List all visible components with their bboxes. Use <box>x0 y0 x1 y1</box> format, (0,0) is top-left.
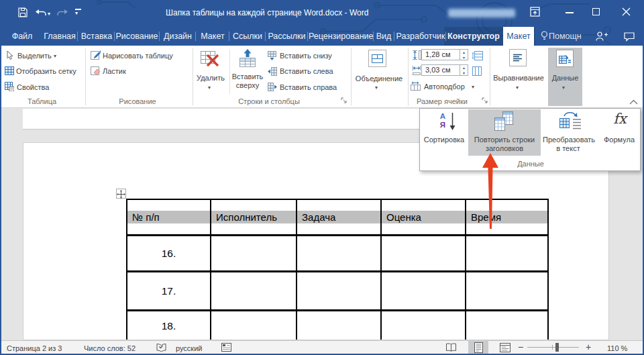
column-width-spinner[interactable]: ▴▾ <box>460 65 468 75</box>
row-number-cell[interactable]: 18. <box>127 311 210 340</box>
merge-button[interactable]: Объединение <box>352 74 406 83</box>
page-2: № п/п Исполнитель Задача Оценка Время 16… <box>23 142 609 340</box>
header-cell-selected[interactable]: Исполнитель <box>211 211 296 223</box>
zoom-slider-thumb[interactable] <box>555 343 559 352</box>
window-title: Шапка таблицы на каждой странице Word.do… <box>166 8 368 17</box>
minimize-button[interactable] <box>566 12 574 13</box>
tab-view[interactable]: Вид <box>373 27 394 46</box>
table-properties-button[interactable]: Свойства <box>17 83 49 92</box>
collapse-ribbon-icon[interactable] <box>629 99 638 105</box>
tab-separator <box>229 32 229 41</box>
tab-table-layout-selected[interactable]: Макет <box>503 27 534 46</box>
tab-draw[interactable]: Рисование <box>115 27 158 46</box>
formula-icon: fx <box>606 111 633 127</box>
draw-table-button[interactable]: Нарисовать таблицу <box>103 52 173 60</box>
row-number-cell[interactable]: 17. <box>127 272 210 309</box>
insert-below-button[interactable]: Вставить снизу <box>280 52 332 60</box>
tab-references[interactable]: Ссылки <box>230 27 265 46</box>
comment-icon[interactable] <box>624 32 635 42</box>
tab-separator <box>195 32 196 41</box>
person-add-icon[interactable] <box>596 32 608 42</box>
zoom-slider-track[interactable] <box>527 347 579 348</box>
formula-button[interactable]: Формула <box>594 136 644 144</box>
header-text: Оценка <box>382 211 465 223</box>
group-label-draw: Рисование <box>107 97 168 105</box>
insert-right-button[interactable]: Вставить справа <box>280 83 337 92</box>
zoom-slider-notch <box>552 345 553 350</box>
autofit-button[interactable]: Автоподбор <box>424 83 465 91</box>
word-count[interactable]: Число слов: 52 <box>84 344 136 353</box>
zoom-in-button[interactable]: + <box>584 342 592 352</box>
tab-file[interactable]: Файл <box>7 27 38 46</box>
view-gridlines-icon <box>5 66 14 75</box>
column-width-icon <box>412 65 421 76</box>
alignment-caret[interactable]: ▾ <box>516 85 519 91</box>
select-caret[interactable]: ▾ <box>54 54 56 59</box>
lightbulb-icon[interactable] <box>541 31 548 42</box>
row-height-spinner[interactable]: ▴▾ <box>460 50 468 60</box>
zoom-level[interactable]: 110 % <box>607 344 627 353</box>
undo-menu-caret[interactable]: ▾ <box>48 11 50 17</box>
alignment-button[interactable]: Выравнивание <box>490 74 547 83</box>
tab-mailings[interactable]: Рассылки <box>266 27 307 46</box>
qat-customize-caret[interactable]: ▾ <box>75 11 78 16</box>
tab-review[interactable]: Рецензирование <box>309 27 373 46</box>
row-height-input[interactable]: 1,28 см ▴▾ <box>421 49 468 60</box>
distribute-rows-icon <box>472 51 483 60</box>
tab-home[interactable]: Главная <box>43 27 76 46</box>
language-indicator[interactable]: русский <box>176 344 202 353</box>
column-width-input[interactable]: 3,03 см ▴▾ <box>421 64 468 76</box>
header-text: № п/п <box>127 211 210 223</box>
proofing-icon[interactable] <box>156 343 167 352</box>
delete-button[interactable]: Удалить <box>195 74 226 83</box>
header-cell-selected[interactable]: Оценка <box>382 211 465 223</box>
group-divider <box>351 48 352 105</box>
group-label-table: Таблица <box>13 97 70 105</box>
delete-table-icon <box>201 50 219 67</box>
tab-insert[interactable]: Вставка <box>79 27 114 46</box>
row-number-cell[interactable]: 16. <box>127 236 210 270</box>
merge-caret[interactable]: ▾ <box>375 85 378 91</box>
table-properties-icon <box>5 82 14 91</box>
maximize-button[interactable] <box>592 8 600 15</box>
tab-help[interactable]: Помощн <box>549 27 582 46</box>
header-text: Задача <box>297 211 380 223</box>
tab-constructor[interactable]: Конструктор <box>447 27 500 46</box>
table-move-handle[interactable] <box>116 189 126 199</box>
insert-right-icon <box>268 83 277 92</box>
insert-left-icon <box>268 67 277 77</box>
header-cell-selected[interactable]: № п/п <box>127 211 210 223</box>
keyboard-icon[interactable] <box>221 343 231 352</box>
autofit-caret[interactable]: ▾ <box>472 85 474 90</box>
save-icon[interactable] <box>18 7 28 17</box>
data-flyout-panel: А Я Сортировка Повторить строки заголовк… <box>419 108 641 171</box>
view-gridlines-button[interactable]: Отобразить сетку <box>16 67 76 76</box>
ribbon-display-options-icon[interactable] <box>530 7 541 17</box>
page-indicator[interactable]: Страница 2 из 3 <box>7 344 62 353</box>
window-border-left <box>0 46 1 355</box>
dialog-launcher-icon[interactable] <box>482 97 488 104</box>
undo-icon[interactable] <box>35 9 46 17</box>
delete-caret[interactable]: ▾ <box>208 85 211 91</box>
group-divider <box>85 48 86 105</box>
web-layout-icon[interactable] <box>500 343 511 352</box>
tab-developer[interactable]: Разработчик <box>395 27 446 46</box>
select-button[interactable]: Выделить <box>17 52 52 60</box>
header-cell-selected[interactable]: Задача <box>297 211 380 223</box>
read-mode-icon[interactable] <box>445 343 457 352</box>
redo-icon[interactable] <box>57 9 68 17</box>
dialog-launcher-icon[interactable] <box>341 97 347 104</box>
tab-layout[interactable]: Макет <box>197 27 229 46</box>
convert-to-text-button[interactable]: Преобразовать в текст <box>543 136 594 153</box>
column-width-value: 3,03 см <box>425 66 451 74</box>
tab-separator <box>445 32 446 41</box>
close-button[interactable] <box>622 7 631 16</box>
zoom-out-button[interactable]: − <box>517 342 525 352</box>
tab-design[interactable]: Дизайн <box>160 27 195 46</box>
insert-above-button[interactable]: Вставить сверху <box>228 72 267 90</box>
insert-left-button[interactable]: Вставить слева <box>280 67 333 76</box>
sort-glyph-ya: Я <box>437 121 448 130</box>
move-arrows-icon <box>117 190 125 199</box>
row-height-value: 1,28 см <box>425 50 451 58</box>
eraser-button[interactable]: Ластик <box>103 67 126 76</box>
